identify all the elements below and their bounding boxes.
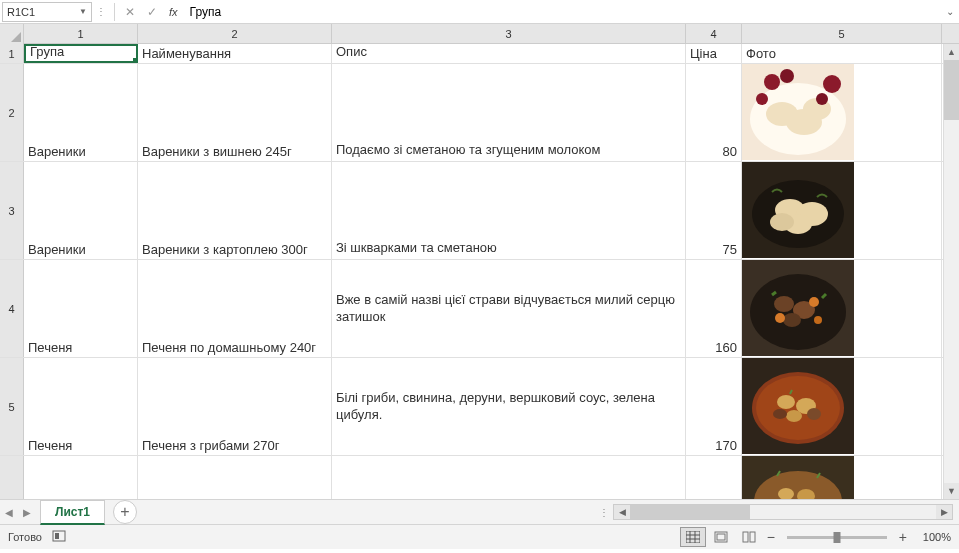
column-header-1[interactable]: 1 [24,24,138,43]
view-page-layout-button[interactable] [708,527,734,547]
confirm-formula-button[interactable]: ✓ [141,2,163,22]
column-header-2[interactable]: 2 [138,24,332,43]
cancel-formula-button[interactable]: ✕ [119,2,141,22]
cell-r1c2[interactable]: Найменування [138,44,332,63]
cell-text: 80 [723,144,737,159]
cell[interactable]: Білі гриби, свинина, деруни, вершковий с… [332,358,686,455]
scrollbar-track[interactable] [944,60,959,483]
status-bar: Готово − + 100% [0,525,959,549]
svg-point-29 [786,410,802,422]
cell[interactable]: Вареники [24,64,138,161]
cell[interactable]: Вареники з вишнею 245г [138,64,332,161]
svg-point-22 [775,313,785,323]
scrollbar-thumb[interactable] [630,505,750,519]
row-header-4[interactable]: 4 [0,260,24,357]
svg-point-30 [807,408,821,420]
cell-text: Печеня з грибами 270г [142,438,279,453]
cell-image[interactable] [742,358,942,455]
formula-bar-expand-icon[interactable]: ⌄ [941,6,959,17]
cell[interactable]: Печеня [24,260,138,357]
zoom-slider[interactable] [787,536,887,539]
scroll-up-button[interactable]: ▲ [944,44,959,60]
tab-splitter-dots[interactable]: ⋮ [595,507,613,518]
cell[interactable] [686,456,742,499]
cell[interactable]: 160 [686,260,742,357]
svg-rect-45 [743,532,748,542]
view-page-break-button[interactable] [736,527,762,547]
cell-text: Ціна [690,46,717,61]
tab-nav-next-icon[interactable]: ▶ [18,500,36,524]
macro-record-icon[interactable] [52,530,66,544]
svg-point-5 [764,74,780,90]
cell[interactable]: 75 [686,162,742,259]
svg-point-27 [777,395,795,409]
cell[interactable]: Вареники [24,162,138,259]
cell-text: Вареники [28,144,86,159]
sheet-tab-active[interactable]: Лист1 [40,500,105,525]
cell-image[interactable] [742,64,942,161]
column-header-4[interactable]: 4 [686,24,742,43]
cell[interactable]: Вареники з картоплею 300г [138,162,332,259]
svg-point-20 [783,313,801,327]
cell[interactable]: 170 [686,358,742,455]
cell[interactable]: Зі шкварками та сметаною [332,162,686,259]
cell-r1c4[interactable]: Ціна [686,44,742,63]
name-box-dropdown-icon[interactable]: ▼ [79,7,87,16]
row-header-partial[interactable] [0,456,24,499]
row-header-1[interactable]: 1 [0,44,24,63]
tab-nav-prev-icon[interactable]: ◀ [0,500,18,524]
zoom-out-button[interactable]: − [763,530,779,544]
cell-image[interactable] [742,456,942,499]
row-header-5[interactable]: 5 [0,358,24,455]
food-image-pechenya-home [742,260,854,356]
add-sheet-button[interactable]: + [113,500,137,524]
cell-r1c3[interactable]: Опис [332,44,686,63]
grid-row: 2 Вареники Вареники з вишнею 245г Подаєм… [0,64,959,162]
cell[interactable]: Печеня по домашньому 240г [138,260,332,357]
grid-row: 4 Печеня Печеня по домашньому 240г Вже в… [0,260,959,358]
cell-r1c5[interactable]: Фото [742,44,942,63]
cell[interactable]: Вже в самій назві цієї страви відчуваєть… [332,260,686,357]
cell-text: Подаємо зі сметаною та згущеним молоком [336,142,601,159]
zoom-in-button[interactable]: + [895,530,911,544]
cell[interactable]: Печеня з грибами 270г [138,358,332,455]
svg-point-8 [816,93,828,105]
cell-image[interactable] [742,162,942,259]
cell[interactable]: 80 [686,64,742,161]
cell-text: 160 [715,340,737,355]
cell-image[interactable] [742,260,942,357]
formula-bar-resize-dots[interactable]: ⋮ [92,6,110,17]
cell[interactable]: Подаємо зі сметаною та згущеним молоком [332,64,686,161]
zoom-level-label[interactable]: 100% [911,531,951,543]
food-image-pechenya-mushroom [742,358,854,454]
svg-point-6 [780,69,794,83]
cell-text: Зі шкварками та сметаною [336,240,497,257]
scrollbar-thumb[interactable] [944,60,959,120]
cell-text: Вареники [28,242,86,257]
view-normal-button[interactable] [680,527,706,547]
svg-rect-46 [750,532,755,542]
vertical-scrollbar[interactable]: ▲ ▼ [943,44,959,499]
cell-text: Найменування [142,46,231,61]
zoom-slider-thumb[interactable] [833,532,840,543]
cell[interactable]: Печеня [24,358,138,455]
formula-input[interactable] [184,2,941,22]
cell[interactable] [24,456,138,499]
scroll-left-button[interactable]: ◀ [614,505,630,519]
status-text: Готово [8,531,42,543]
column-header-5[interactable]: 5 [742,24,942,43]
row-header-2[interactable]: 2 [0,64,24,161]
cell[interactable] [138,456,332,499]
svg-point-31 [773,409,787,419]
scroll-right-button[interactable]: ▶ [936,505,952,519]
fx-label[interactable]: fx [163,6,184,18]
column-header-3[interactable]: 3 [332,24,686,43]
name-box[interactable]: R1C1 ▼ [2,2,92,22]
scrollbar-track[interactable] [630,505,936,519]
scroll-down-button[interactable]: ▼ [944,483,959,499]
cell[interactable] [332,456,686,499]
select-all-corner[interactable] [0,24,24,44]
horizontal-scrollbar[interactable]: ◀ ▶ [613,504,953,520]
cell-r1c1[interactable]: Група [24,44,138,63]
row-header-3[interactable]: 3 [0,162,24,259]
